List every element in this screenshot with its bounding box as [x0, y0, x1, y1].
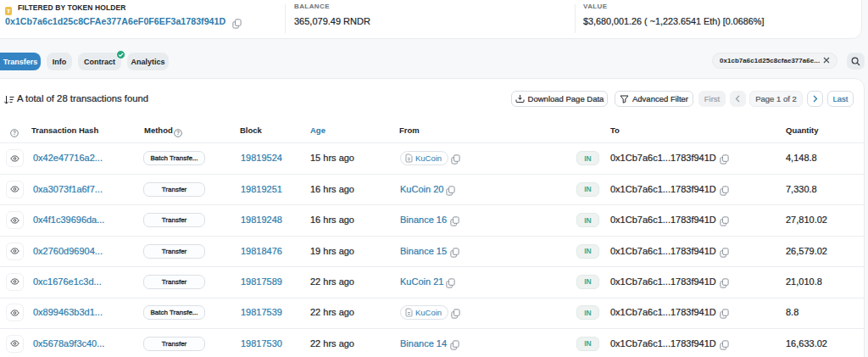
svg-text:?: ?: [13, 130, 16, 136]
svg-text:?: ?: [175, 130, 179, 136]
